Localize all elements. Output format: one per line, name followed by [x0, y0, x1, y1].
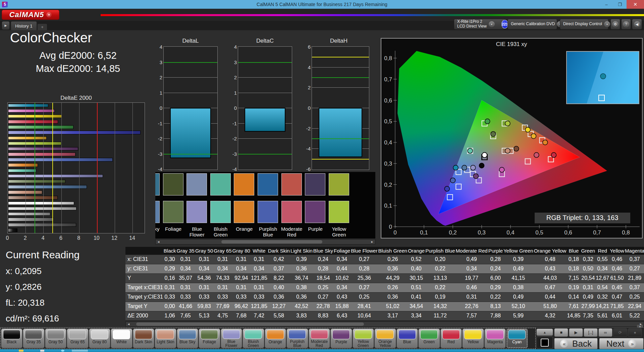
pattern-button[interactable]: [‥]: [584, 328, 598, 337]
table-cell: 0,20: [425, 255, 455, 264]
help-button[interactable]: ?: [621, 19, 631, 30]
pattern-label: Red: [447, 340, 455, 344]
gridline: [132, 103, 133, 233]
taskbar-active-item[interactable]: [72, 350, 88, 352]
pattern-button-yellow-green[interactable]: Yellow Green: [353, 328, 374, 348]
gridline: [164, 77, 217, 78]
deltae-bar-light-skin: [8, 190, 42, 194]
color-chip: [157, 330, 174, 339]
source-button[interactable]: Generic Calibration DVD ▼: [507, 19, 557, 30]
pattern-button-magenta[interactable]: Magenta: [484, 328, 506, 348]
pattern-label: Purplish Blue: [287, 340, 308, 348]
play-button[interactable]: ▶: [569, 328, 583, 337]
pattern-button-gray-50[interactable]: Gray 50: [45, 328, 67, 348]
pattern-label: Moderate Red: [309, 340, 330, 348]
taskbar-icon[interactable]: [19, 350, 23, 352]
next-button[interactable]: Next »: [599, 338, 644, 349]
measured-point-orange-yellow: [531, 134, 536, 139]
pattern-button-gray-65[interactable]: Gray 65: [67, 328, 89, 348]
deltae-bar-moderate-red: [8, 152, 75, 156]
tab-scroll-button[interactable]: ▶: [2, 21, 9, 30]
pattern-button-black[interactable]: Black: [1, 328, 23, 348]
close-button[interactable]: ✕: [627, 0, 644, 9]
color-chip: [288, 330, 306, 339]
table-cell: 44,29: [378, 273, 408, 283]
scroll-right-icon[interactable]: ►: [370, 240, 375, 244]
deltae-x-axis: 02468101214: [7, 235, 148, 242]
limit-line-green: [312, 138, 369, 139]
measured-swatch-orange: [234, 173, 254, 195]
restore-button[interactable]: ❐: [613, 0, 627, 9]
pattern-button-purplish-blue[interactable]: Purplish Blue: [286, 328, 308, 348]
refresh-button[interactable]: ⟳: [613, 328, 627, 337]
scroll-left-icon[interactable]: ◄: [156, 240, 161, 244]
measured-point-yellow-green: [505, 121, 510, 126]
table-cell: 0,37: [268, 264, 290, 273]
meter-button[interactable]: X-Rite i1Pro 2 LCD Direct View ▼ 221: [454, 19, 505, 30]
collapse-panel-button[interactable]: ◀: [632, 19, 642, 30]
table-cell: 0,31: [232, 255, 251, 264]
table-cell: 0,38: [503, 283, 534, 292]
pattern-button-yellow[interactable]: Yellow: [462, 328, 484, 348]
pattern-button-orange-yellow[interactable]: Orange Yellow: [374, 328, 396, 348]
pattern-button-cyan[interactable]: Cyan: [506, 328, 528, 348]
y-tick-label: -2: [158, 136, 162, 141]
x-tick-label: 0: [393, 229, 396, 236]
pattern-button-green[interactable]: Green: [418, 328, 440, 348]
table-cell: 0,54: [595, 283, 609, 292]
pattern-label: Yellow: [467, 340, 479, 344]
measured-point-purple: [473, 174, 478, 179]
pattern-button-dark-skin[interactable]: Dark Skin: [133, 328, 155, 348]
pattern-button-gray-80[interactable]: Gray 80: [89, 328, 111, 348]
deltae-chart-title: DeltaE 2000: [7, 95, 145, 101]
pattern-button-bluish-green[interactable]: Bluish Green: [243, 328, 264, 348]
column-header: Bluish Green: [378, 247, 408, 255]
pattern-window-button[interactable]: [536, 337, 553, 349]
pattern-button-gray-35[interactable]: Gray 35: [23, 328, 45, 348]
settings-button[interactable]: ⚙: [610, 19, 620, 30]
table-cell: 22,76: [455, 302, 488, 311]
compare-scrollbar-thumb[interactable]: [221, 240, 322, 244]
table-scrollbar[interactable]: ◄ ►: [125, 321, 644, 327]
cie-diagram-svg: CIE 1931 xy 0,80,70,60,50,40,30,20,1000,…: [381, 39, 642, 238]
compare-scrollbar[interactable]: ◄ ►: [155, 239, 375, 245]
table-cell: 0,47: [609, 292, 625, 302]
calman-logo-button[interactable]: CalMAN5 ▼: [2, 10, 59, 20]
os-taskbar[interactable]: [0, 349, 644, 352]
target-swatch-bluish-green: [210, 201, 231, 223]
measured-point-orange: [543, 140, 548, 145]
tab-history-1[interactable]: History 1: [11, 21, 37, 30]
pattern-button-light-skin[interactable]: Light Skin: [155, 328, 176, 348]
back-button[interactable]: « Back: [554, 338, 598, 349]
table-cell: 0,27: [351, 255, 378, 264]
pattern-button-blue[interactable]: Blue: [396, 328, 418, 348]
logo-dropdown-icon: ▼: [46, 12, 52, 17]
add-tab-button[interactable]: +: [38, 24, 47, 30]
display-control-button[interactable]: Direct Display Control ▼: [560, 19, 608, 30]
pattern-button-moderate-red[interactable]: Moderate Red: [309, 328, 330, 348]
record-button[interactable]: ●: [628, 328, 642, 337]
measured-swatch-blue-flower: [186, 173, 207, 195]
table-cell: 0,41: [408, 292, 425, 302]
pattern-up-button[interactable]: ▲: [536, 328, 553, 336]
table-cell: 7,68: [232, 311, 251, 320]
pattern-button-purple[interactable]: Purple: [330, 328, 352, 348]
table-scrollbar-thumb[interactable]: [136, 322, 364, 326]
measured-point-white: [482, 152, 487, 158]
pattern-button-blue-sky[interactable]: Blue Sky: [177, 328, 199, 348]
pattern-button-orange[interactable]: Orange: [265, 328, 286, 348]
pattern-button-foliage[interactable]: Foliage: [199, 328, 220, 348]
stop-button[interactable]: ■: [554, 328, 568, 337]
pattern-button-blue-flower[interactable]: Blue Flower: [221, 328, 243, 348]
table-cell: 0,25: [351, 292, 378, 302]
pattern-button-red[interactable]: Red: [440, 328, 462, 348]
loop-button[interactable]: ∞: [598, 328, 612, 337]
scroll-left-icon[interactable]: ◄: [126, 322, 131, 326]
minimize-button[interactable]: –: [600, 0, 613, 9]
deltae-bar-green: [8, 125, 73, 129]
pattern-button-white[interactable]: White: [111, 328, 132, 348]
taskbar-icon[interactable]: [40, 350, 44, 352]
chevron-up-icon[interactable]: ▲: [637, 325, 643, 328]
table-cell: 51,80: [534, 302, 567, 311]
taskbar-icon[interactable]: [61, 350, 64, 352]
